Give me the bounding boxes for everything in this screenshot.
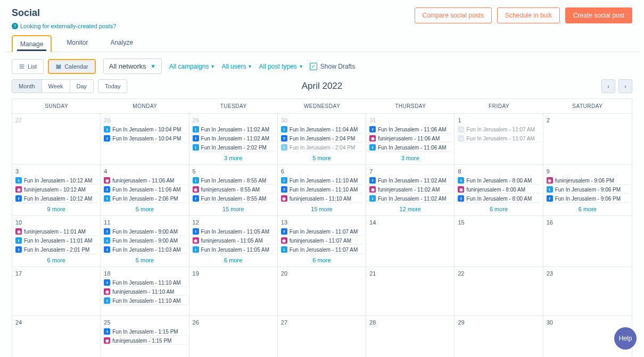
calendar-cell[interactable]: 14 — [366, 216, 455, 267]
calendar-cell[interactable]: 12fFun In Jerusalem - 11:05 AM◉funinjeru… — [189, 216, 278, 267]
more-events-link[interactable]: 3 more — [368, 152, 452, 161]
calendar-cell[interactable]: 11fFun In Jerusalem - 9:00 AMtFun In Jer… — [101, 216, 189, 267]
calendar-cell[interactable]: 4◉funinjerusalem - 11:06 AMfFun In Jerus… — [101, 165, 189, 216]
calendar-cell[interactable]: 9◉funinjerusalem - 9:06 PMtFun In Jerusa… — [543, 165, 632, 216]
calendar-event[interactable]: ◉funinjerusalem - 10:12 AM — [14, 186, 98, 194]
calendar-cell[interactable]: 31fFun In Jerusalem - 11:06 AM◉funinjeru… — [366, 114, 455, 165]
calendar-cell[interactable]: 22 — [455, 267, 543, 316]
calendar-cell[interactable]: 20 — [278, 267, 366, 316]
calendar-event[interactable]: ◉funinjerusalem - 11:07 AM — [280, 237, 364, 245]
calendar-event[interactable]: fFun In Jerusalem - 11:06 AM — [368, 126, 452, 134]
more-events-link[interactable]: 9 more — [14, 203, 98, 212]
calendar-event[interactable]: tFun In Jerusalem - 2:02 PM — [192, 144, 275, 152]
calendar-event[interactable]: tFun In Jerusalem - 10:12 AM — [14, 177, 98, 185]
range-day-button[interactable]: Day — [70, 80, 94, 93]
help-button[interactable]: Help — [614, 327, 637, 350]
calendar-cell[interactable]: 29 — [455, 316, 543, 357]
calendar-cell[interactable]: 2 — [543, 114, 632, 165]
calendar-event[interactable]: fFun In Jerusalem - 9:06 PM — [546, 195, 630, 203]
more-events-link[interactable]: 6 more — [192, 254, 275, 263]
view-list-button[interactable]: List — [12, 60, 43, 73]
calendar-cell[interactable]: 18fFun In Jerusalem - 11:10 AM◉funinjeru… — [101, 267, 189, 316]
more-events-link[interactable]: 5 more — [103, 254, 186, 263]
calendar-event[interactable]: tFun In Jerusalem - 11:05 AM — [192, 246, 275, 254]
networks-dropdown[interactable]: All networks ▼ — [103, 59, 162, 74]
calendar-event[interactable]: tFun In Jerusalem - 11:02 AM — [368, 195, 452, 203]
more-events-link[interactable]: 6 more — [546, 203, 630, 212]
calendar-cell[interactable]: 6tFun In Jerusalem - 11:10 AMfFun In Jer… — [278, 165, 366, 216]
more-events-link[interactable]: 5 more — [280, 152, 364, 161]
calendar-event[interactable]: ◉funinjerusalem - 11:10 AM — [280, 195, 364, 203]
calendar-event[interactable]: fFun In Jerusalem - 10:12 AM — [14, 195, 98, 203]
calendar-event[interactable]: tFun In Jerusalem - 9:06 PM — [546, 186, 630, 194]
calendar-event[interactable]: fFun In Jerusalem - 1:15 PM — [103, 328, 186, 336]
calendar-event[interactable]: tFun In Jerusalem - 8:55 AM — [192, 177, 275, 185]
calendar-cell[interactable]: 16 — [543, 216, 632, 267]
calendar-event[interactable]: ◉funinjerusalem - 9:06 PM — [546, 177, 630, 185]
more-events-link[interactable]: 6 more — [457, 203, 540, 212]
calendar-cell[interactable]: 17 — [12, 267, 101, 316]
calendar-event[interactable]: fFun In Jerusalem - 8:00 AM — [457, 195, 540, 203]
calendar-event[interactable]: tFun In Jerusalem - 11:10 AM — [103, 297, 186, 305]
calendar-cell[interactable]: 27 — [12, 114, 101, 165]
calendar-event[interactable]: tFun In Jerusalem - 11:07 AM — [457, 126, 540, 134]
campaigns-filter[interactable]: All campaigns ▾ — [169, 63, 214, 70]
calendar-event[interactable]: tFun In Jerusalem - 11:01 AM — [14, 237, 98, 245]
more-events-link[interactable]: 5 more — [103, 203, 186, 212]
schedule-bulk-button[interactable]: Schedule in bulk — [497, 7, 560, 23]
calendar-cell[interactable]: 10◉funinjerusalem - 11:01 AMtFun In Jeru… — [12, 216, 101, 267]
range-month-button[interactable]: Month — [12, 80, 42, 93]
next-month-button[interactable]: › — [618, 79, 632, 93]
calendar-event[interactable]: tFun In Jerusalem - 11:06 AM — [368, 144, 452, 152]
calendar-event[interactable]: fFun In Jerusalem - 11:10 AM — [103, 279, 186, 287]
calendar-cell[interactable]: 27 — [278, 316, 366, 357]
calendar-event[interactable]: ◉funinjerusalem - 8:55 AM — [192, 186, 275, 194]
view-calendar-button[interactable]: Calendar — [49, 60, 95, 73]
calendar-event[interactable]: fFun In Jerusalem - 11:06 AM — [103, 186, 186, 194]
range-week-button[interactable]: Week — [42, 80, 70, 93]
tab-analyze[interactable]: Analyze — [103, 35, 141, 52]
calendar-event[interactable]: tFun In Jerusalem - 8:00 AM — [457, 177, 540, 185]
calendar-event[interactable]: ◉funinjerusalem - 11:02 AM — [368, 186, 452, 194]
calendar-event[interactable]: ◉funinjerusalem - 11:10 AM — [103, 288, 186, 296]
calendar-event[interactable]: fFun In Jerusalem - 11:10 AM — [280, 186, 364, 194]
calendar-cell[interactable]: 29tFun In Jerusalem - 11:02 AMfFun In Je… — [189, 114, 278, 165]
more-events-link[interactable]: 6 more — [280, 254, 364, 263]
calendar-event[interactable]: tFun In Jerusalem - 9:00 AM — [103, 237, 186, 245]
today-button[interactable]: Today — [98, 80, 127, 93]
calendar-event[interactable]: tFun In Jerusalem - 2:06 PM — [103, 195, 186, 203]
calendar-event[interactable]: fFun In Jerusalem - 10:04 PM — [103, 135, 186, 143]
calendar-event[interactable]: fFun In Jerusalem - 2:04 PM — [280, 135, 364, 143]
calendar-event[interactable]: fFun In Jerusalem - 8:55 AM — [192, 195, 275, 203]
calendar-event[interactable]: fFun In Jerusalem - 11:02 AM — [192, 135, 275, 143]
create-post-button[interactable]: Create social post — [565, 7, 632, 23]
calendar-event[interactable]: tFun In Jerusalem - 11:07 AM — [457, 135, 540, 143]
more-events-link[interactable]: 15 more — [192, 203, 275, 212]
calendar-cell[interactable]: 28tFun In Jerusalem - 10:04 PMfFun In Je… — [101, 114, 189, 165]
calendar-cell[interactable]: 13fFun In Jerusalem - 11:07 AM◉funinjeru… — [278, 216, 366, 267]
more-events-link[interactable]: 15 more — [280, 203, 364, 212]
calendar-event[interactable]: fFun In Jerusalem - 11:03 AM — [103, 246, 186, 254]
calendar-cell[interactable]: 19 — [189, 267, 278, 316]
more-events-link[interactable]: 12 more — [368, 203, 452, 212]
calendar-cell[interactable]: 25fFun In Jerusalem - 1:15 PM◉funinjerus… — [101, 316, 189, 357]
more-events-link[interactable]: 3 more — [192, 152, 275, 161]
calendar-event[interactable]: ◉funinjerusalem - 11:06 AM — [103, 177, 186, 185]
calendar-event[interactable]: tFun In Jerusalem - 11:10 AM — [280, 177, 364, 185]
users-filter[interactable]: All users ▾ — [221, 63, 251, 70]
calendar-cell[interactable]: 1tFun In Jerusalem - 11:07 AMtFun In Jer… — [455, 114, 543, 165]
calendar-event[interactable]: tFun In Jerusalem - 11:07 AM — [280, 246, 364, 254]
calendar-event[interactable]: fFun In Jerusalem - 2:01 PM — [14, 246, 98, 254]
show-drafts-checkbox[interactable]: ✓ Show Drafts — [310, 63, 355, 70]
calendar-event[interactable]: ◉funinjerusalem - 11:05 AM — [192, 237, 275, 245]
calendar-event[interactable]: tFun In Jerusalem - 2:04 PM — [280, 144, 364, 152]
calendar-cell[interactable]: 30tFun In Jerusalem - 11:04 AMfFun In Je… — [278, 114, 366, 165]
calendar-cell[interactable]: 5tFun In Jerusalem - 8:55 AM◉funinjerusa… — [189, 165, 278, 216]
calendar-event[interactable]: fFun In Jerusalem - 9:00 AM — [103, 228, 186, 236]
calendar-cell[interactable]: 28 — [366, 316, 455, 357]
calendar-cell[interactable]: 24 — [12, 316, 101, 357]
calendar-event[interactable]: tFun In Jerusalem - 10:04 PM — [103, 126, 186, 134]
calendar-event[interactable]: ◉funinjerusalem - 1:15 PM — [103, 337, 186, 345]
calendar-event[interactable]: ◉funinjerusalem - 11:06 AM — [368, 135, 452, 143]
calendar-cell[interactable]: 15 — [455, 216, 543, 267]
